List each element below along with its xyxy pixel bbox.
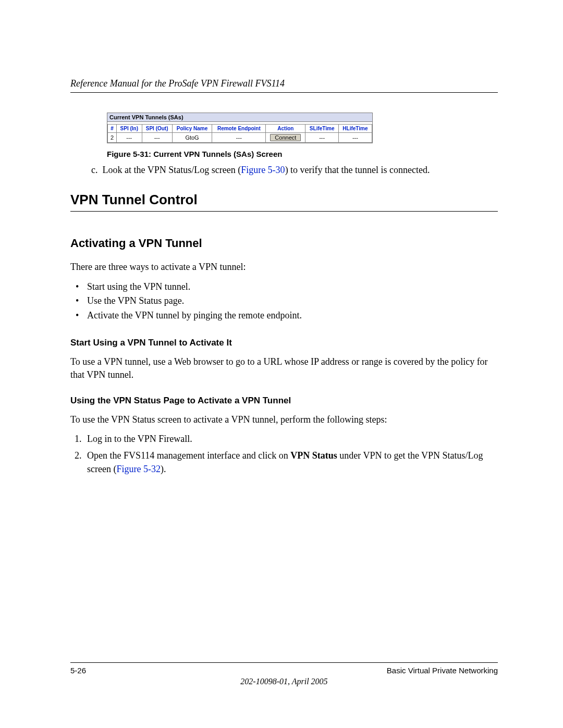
cell-num: 2 xyxy=(108,133,117,143)
col-spi-out: SPI (Out) xyxy=(142,125,172,133)
h3-start-using: Start Using a VPN Tunnel to Activate It xyxy=(70,338,498,348)
doc-id: 202-10098-01, April 2005 xyxy=(70,677,498,686)
figure-5-32-link[interactable]: Figure 5-32 xyxy=(116,464,161,474)
list-item: Start using the VPN tunnel. xyxy=(84,280,498,294)
cell-spi-in: --- xyxy=(116,133,142,143)
sec1-body: To use a VPN tunnel, use a Web browser t… xyxy=(70,355,498,381)
figure-caption: Figure 5-31: Current VPN Tunnels (SAs) S… xyxy=(107,150,498,158)
footer-rule xyxy=(70,662,498,663)
step-c: c. Look at the VPN Status/Log screen (Fi… xyxy=(91,164,498,176)
col-spi-in: SPI (In) xyxy=(116,125,142,133)
connect-button[interactable]: Connect xyxy=(270,134,301,141)
h2-activating: Activating a VPN Tunnel xyxy=(70,237,498,250)
list-item: Use the VPN Status page. xyxy=(84,294,498,309)
vpn-status-bold: VPN Status xyxy=(290,450,337,461)
step-2: Open the FVS114 management interface and… xyxy=(84,449,498,476)
page-footer: 5-26 Basic Virtual Private Networking 20… xyxy=(70,658,498,686)
h3-using-status: Using the VPN Status Page to Activate a … xyxy=(70,396,498,406)
bullet-list: Start using the VPN tunnel. Use the VPN … xyxy=(70,280,498,324)
cell-remote: --- xyxy=(212,133,266,143)
step-c-pre: Look at the VPN Status/Log screen ( xyxy=(103,165,241,175)
sec2-intro: To use the VPN Status screen to activate… xyxy=(70,413,498,426)
intro-paragraph: There are three ways to activate a VPN t… xyxy=(70,261,498,273)
step-c-label: c. xyxy=(91,165,98,175)
running-header: Reference Manual for the ProSafe VPN Fir… xyxy=(70,78,498,89)
step-1: Log in to the VPN Firewall. xyxy=(84,432,498,446)
cell-policy: GtoG xyxy=(172,133,212,143)
figure-5-30-link[interactable]: Figure 5-30 xyxy=(241,165,285,175)
cell-hlife: --- xyxy=(338,133,372,143)
cell-slife: --- xyxy=(305,133,338,143)
cell-spi-out: --- xyxy=(142,133,172,143)
col-slifetime: SLifeTime xyxy=(305,125,338,133)
vpn-tunnels-table: # SPI (In) SPI (Out) Policy Name Remote … xyxy=(107,124,372,143)
cell-action: Connect xyxy=(266,133,305,143)
page-number: 5-26 xyxy=(70,666,86,675)
col-hlifetime: HLifeTime xyxy=(338,125,372,133)
table-row: 2 --- --- GtoG --- Connect --- --- xyxy=(108,133,372,143)
steps-list: Log in to the VPN Firewall. Open the FVS… xyxy=(70,432,498,476)
step-2-pre: Open the FVS114 management interface and… xyxy=(87,450,290,461)
list-item: Activate the VPN tunnel by pinging the r… xyxy=(84,309,498,323)
table-header-row: # SPI (In) SPI (Out) Policy Name Remote … xyxy=(108,125,372,133)
col-num: # xyxy=(108,125,117,133)
vpn-tunnels-screenshot: Current VPN Tunnels (SAs) # SPI (In) SPI… xyxy=(107,113,373,143)
col-action: Action xyxy=(266,125,305,133)
header-rule xyxy=(70,92,498,93)
h1-rule xyxy=(70,211,498,212)
h1-vpn-tunnel-control: VPN Tunnel Control xyxy=(70,192,498,208)
section-title: Basic Virtual Private Networking xyxy=(387,666,498,675)
screenshot-title: Current VPN Tunnels (SAs) xyxy=(107,113,372,122)
col-policy-name: Policy Name xyxy=(172,125,212,133)
step-c-post: ) to verify that the tunnel is connected… xyxy=(285,165,430,175)
step-2-post: ). xyxy=(161,464,166,474)
col-remote-endpoint: Remote Endpoint xyxy=(212,125,266,133)
